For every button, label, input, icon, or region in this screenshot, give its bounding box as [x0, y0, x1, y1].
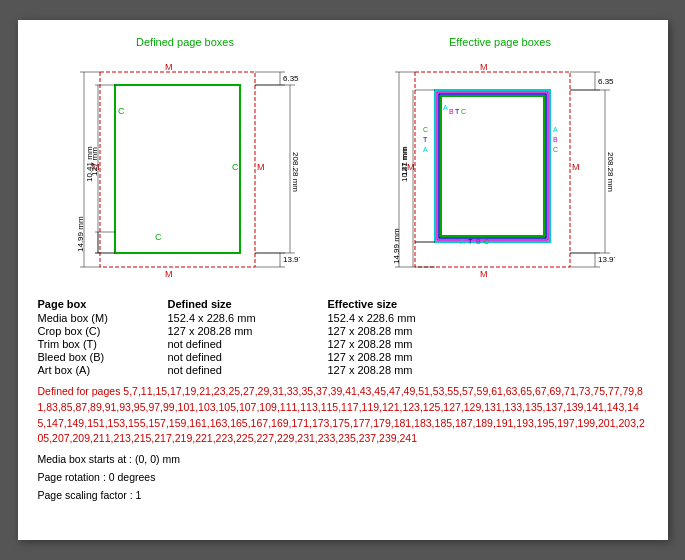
table-row: Crop box (C) 127 x 208.28 mm 127 x 208.2… [38, 325, 648, 337]
table-header: Page box Defined size Effective size [38, 298, 648, 310]
page-rotation-line: Page rotation : 0 degrees [38, 469, 648, 487]
svg-text:M: M [165, 269, 173, 279]
svg-text:M: M [165, 62, 173, 72]
svg-text:C: C [461, 108, 466, 115]
svg-rect-36 [439, 94, 546, 238]
defined-svg: M M M M C C C 6.35 mm [70, 52, 300, 282]
svg-text:A: A [423, 146, 428, 153]
svg-text:C: C [553, 146, 558, 153]
media-box-line: Media box starts at : (0, 0) mm [38, 451, 648, 469]
row3-name: Bleed box (B) [38, 351, 168, 363]
table-row: Bleed box (B) not defined 127 x 208.28 m… [38, 351, 648, 363]
svg-text:M: M [480, 269, 488, 279]
svg-text:208.28 mm: 208.28 mm [291, 152, 300, 192]
svg-text:C: C [155, 232, 162, 242]
media-box-starts: Media box starts at : (0, 0) mm Page rot… [38, 451, 648, 505]
info-table: Page box Defined size Effective size Med… [38, 298, 648, 376]
svg-text:C: C [423, 126, 428, 133]
effective-diagram-area: A B T C C T A A B C A T B C [385, 52, 615, 282]
row3-effective: 127 x 208.28 mm [328, 351, 498, 363]
svg-text:C: C [118, 106, 125, 116]
svg-text:B: B [449, 108, 454, 115]
row3-defined: not defined [168, 351, 328, 363]
svg-rect-37 [441, 96, 544, 236]
svg-text:T: T [468, 238, 473, 245]
svg-text:B: B [476, 238, 481, 245]
svg-text:127 mm: 127 mm [90, 147, 99, 176]
defined-pages-text: Defined for pages 5,7,11,15,17,19,21,23,… [38, 384, 648, 447]
row4-defined: not defined [168, 364, 328, 376]
svg-text:208.28 mm: 208.28 mm [606, 152, 615, 192]
svg-text:13.97 mm: 13.97 mm [283, 255, 300, 264]
row2-name: Trim box (T) [38, 338, 168, 350]
defined-title: Defined page boxes [136, 36, 234, 48]
row2-effective: 127 x 208.28 mm [328, 338, 498, 350]
row4-effective: 127 x 208.28 mm [328, 364, 498, 376]
defined-diagram-section: Defined page boxes M M M M C C C [38, 36, 333, 282]
table-row: Media box (M) 152.4 x 228.6 mm 152.4 x 2… [38, 312, 648, 324]
svg-text:A: A [460, 238, 465, 245]
col1-header: Page box [38, 298, 168, 310]
svg-text:M: M [257, 162, 265, 172]
effective-svg: A B T C C T A A B C A T B C [385, 52, 615, 282]
row2-defined: not defined [168, 338, 328, 350]
svg-text:A: A [553, 126, 558, 133]
col2-header: Defined size [168, 298, 328, 310]
svg-text:B: B [553, 136, 558, 143]
effective-diagram-section: Effective page boxes A B T [353, 36, 648, 282]
svg-text:13.97 mm: 13.97 mm [598, 255, 615, 264]
svg-text:M: M [572, 162, 580, 172]
svg-rect-1 [115, 85, 240, 253]
svg-text:127 mm: 127 mm [400, 147, 409, 176]
row1-name: Crop box (C) [38, 325, 168, 337]
page-scaling-line: Page scaling factor : 1 [38, 487, 648, 505]
svg-text:A: A [443, 104, 448, 111]
row1-defined: 127 x 208.28 mm [168, 325, 328, 337]
svg-text:14.99 mm: 14.99 mm [76, 216, 85, 252]
table-row: Trim box (T) not defined 127 x 208.28 mm [38, 338, 648, 350]
svg-text:C: C [232, 162, 239, 172]
svg-text:M: M [480, 62, 488, 72]
defined-diagram-area: M M M M C C C 6.35 mm [70, 52, 300, 282]
row0-effective: 152.4 x 228.6 mm [328, 312, 498, 324]
row4-name: Art box (A) [38, 364, 168, 376]
effective-title: Effective page boxes [449, 36, 551, 48]
row0-defined: 152.4 x 228.6 mm [168, 312, 328, 324]
row1-effective: 127 x 208.28 mm [328, 325, 498, 337]
main-page: Defined page boxes M M M M C C C [18, 20, 668, 540]
svg-text:6.35 mm: 6.35 mm [283, 74, 300, 83]
row0-name: Media box (M) [38, 312, 168, 324]
diagrams-row: Defined page boxes M M M M C C C [38, 36, 648, 282]
svg-text:C: C [484, 238, 489, 245]
svg-text:T: T [455, 108, 460, 115]
svg-text:14.99 mm: 14.99 mm [392, 228, 401, 264]
col3-header: Effective size [328, 298, 498, 310]
table-row: Art box (A) not defined 127 x 208.28 mm [38, 364, 648, 376]
svg-text:6.35 mm: 6.35 mm [598, 77, 615, 86]
svg-text:T: T [423, 136, 428, 143]
